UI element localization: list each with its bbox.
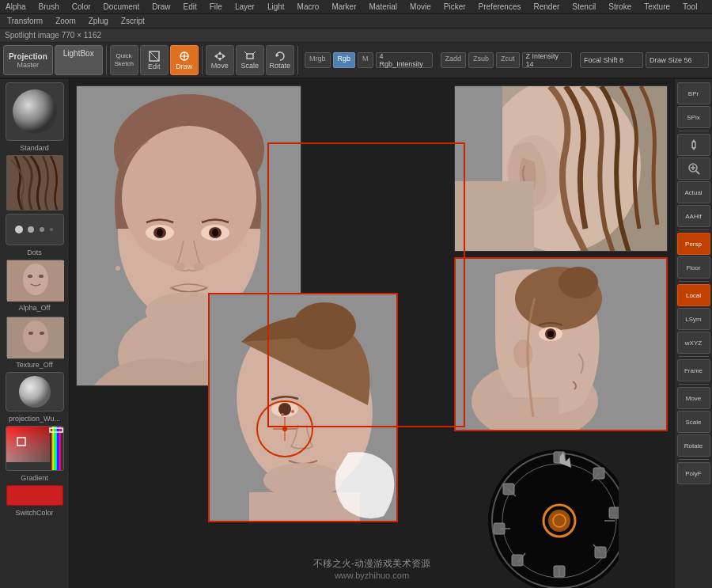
- actual-button[interactable]: Actual: [677, 181, 710, 203]
- material-sphere-preview[interactable]: [6, 372, 64, 412]
- wxyz-button[interactable]: wXYZ: [677, 332, 710, 354]
- menu-light[interactable]: Light: [265, 2, 287, 11]
- menu-stroke[interactable]: Stroke: [606, 2, 634, 11]
- dots-icon: [11, 218, 59, 241]
- scroll-button[interactable]: [677, 134, 710, 156]
- menu-draw[interactable]: Draw: [150, 2, 172, 11]
- gradient-picker[interactable]: [6, 427, 63, 470]
- separator-1: [106, 46, 107, 74]
- rotate-button[interactable]: Rotate: [266, 45, 294, 75]
- face-tilted-svg: [210, 294, 398, 522]
- mrgb-button[interactable]: Mrgb: [305, 52, 331, 68]
- transform-btn[interactable]: Transform: [5, 17, 45, 25]
- move-button[interactable]: Move: [206, 45, 234, 75]
- draw-button[interactable]: Draw: [170, 45, 199, 75]
- menu-edit[interactable]: Edit: [181, 2, 199, 11]
- menu-layer[interactable]: Layer: [233, 2, 257, 11]
- menu-marker[interactable]: Marker: [329, 2, 358, 11]
- right-separator-6: [679, 459, 709, 460]
- focal-shift-box[interactable]: Focal Shift 8: [580, 52, 643, 68]
- texture-off-label: Texture_Off: [2, 361, 67, 369]
- menu-stencil[interactable]: Stencil: [570, 2, 598, 11]
- spix-button[interactable]: SPix: [677, 106, 710, 128]
- rgba-section: Mrgb Rgb M 4 Rgb_Intensity: [305, 52, 432, 68]
- menu-alpha[interactable]: Alpha: [3, 2, 28, 11]
- zsub-button[interactable]: Zsub: [468, 52, 494, 68]
- svg-line-102: [696, 171, 699, 174]
- scale-label: Scale: [240, 62, 259, 70]
- svg-point-17: [40, 227, 44, 232]
- quick-sketch-button[interactable]: QuickSketch: [110, 45, 138, 75]
- floor-button[interactable]: Floor: [677, 256, 710, 279]
- hair-thumbnail[interactable]: [6, 155, 63, 211]
- color-swatch-area[interactable]: [6, 426, 64, 471]
- scale-right-button[interactable]: Scale: [677, 411, 710, 433]
- lsym-button[interactable]: LSym: [677, 308, 710, 330]
- rotate-right-button[interactable]: Rotate: [677, 434, 710, 457]
- lightbox-button[interactable]: LightBox: [55, 45, 103, 75]
- svg-point-15: [15, 226, 23, 233]
- svg-point-45: [174, 263, 185, 271]
- menu-preferences[interactable]: Preferences: [476, 2, 524, 11]
- m-button[interactable]: M: [358, 52, 373, 68]
- scale-button[interactable]: Scale: [236, 45, 264, 75]
- rgb-button[interactable]: Rgb: [333, 52, 356, 68]
- zadd-button[interactable]: Zadd: [441, 52, 467, 68]
- svg-point-67: [293, 302, 356, 350]
- draw-size-box[interactable]: Draw Size 56: [646, 52, 709, 68]
- menu-brush[interactable]: Brush: [36, 2, 62, 11]
- aahlf-button[interactable]: AAHlf: [677, 205, 710, 227]
- svg-rect-30: [6, 427, 50, 462]
- menu-texture[interactable]: Texture: [642, 2, 672, 11]
- polyf-button[interactable]: PolyF: [677, 462, 710, 484]
- face-thumbnail-1[interactable]: [6, 260, 63, 301]
- frame-button[interactable]: Frame: [677, 359, 710, 381]
- right-sidebar: BPr SPix Actual AAHlf Persp Floor Local …: [674, 79, 712, 588]
- svg-point-43: [157, 229, 163, 237]
- right-separator-1: [679, 131, 709, 131]
- switch-color-label: SwitchColor: [2, 509, 67, 517]
- local-button[interactable]: Local: [677, 284, 710, 306]
- menu-render[interactable]: Render: [532, 2, 562, 11]
- menu-tool[interactable]: Tool: [680, 2, 699, 11]
- menu-material[interactable]: Material: [367, 2, 400, 11]
- standard-brush-preview[interactable]: [6, 82, 64, 141]
- menu-bar: Alpha Brush Color Document Draw Edit Fil…: [0, 0, 712, 14]
- projection-master-button[interactable]: Projection Master: [3, 45, 53, 75]
- transform-bar: Transform Zoom Zplug Zscript: [0, 14, 712, 28]
- menu-color[interactable]: Color: [70, 2, 93, 11]
- svg-point-16: [28, 226, 34, 233]
- rgb-intensity-box[interactable]: 4 Rgb_Intensity: [376, 52, 433, 68]
- menu-picker[interactable]: Picker: [441, 2, 468, 11]
- zcut-button[interactable]: Zcut: [496, 52, 520, 68]
- right-separator-3: [679, 281, 709, 282]
- edit-button[interactable]: Edit: [140, 45, 169, 75]
- scroll-icon: [687, 138, 701, 152]
- menu-macro[interactable]: Macro: [295, 2, 322, 11]
- svg-point-98: [548, 510, 570, 532]
- face-thumbnail-2[interactable]: [6, 317, 63, 358]
- lightbox-label: LightBox: [63, 49, 94, 58]
- master-label: Master: [17, 61, 40, 69]
- menu-document[interactable]: Document: [101, 2, 142, 11]
- bpr-button[interactable]: BPr: [677, 82, 710, 104]
- zscript-btn[interactable]: Zscript: [119, 17, 147, 25]
- svg-marker-7: [214, 54, 218, 59]
- move-right-button[interactable]: Move: [677, 387, 710, 409]
- menu-movie[interactable]: Movie: [407, 2, 434, 11]
- menu-file[interactable]: File: [207, 2, 225, 11]
- projection-wu-label: projection_Wu...: [2, 415, 67, 423]
- switch-color-button[interactable]: [6, 485, 63, 506]
- viewport[interactable]: 不移之火-动漫游戏美术资源 www.byzhihuo.com: [70, 79, 674, 588]
- zoom-btn[interactable]: Zoom: [53, 17, 78, 25]
- zoom-button[interactable]: [677, 157, 710, 180]
- persp-button[interactable]: Persp: [677, 233, 710, 255]
- svg-rect-84: [609, 507, 619, 518]
- dots-brush-preview[interactable]: [6, 214, 64, 245]
- title-bar: Spotlight image 770 × 1162: [0, 28, 712, 43]
- z-intensity-box[interactable]: Z Intensity 14: [522, 52, 572, 68]
- zplug-btn[interactable]: Zplug: [86, 17, 111, 25]
- svg-point-24: [23, 321, 48, 352]
- spotlight-title: Spotlight image 770 × 1162: [5, 31, 101, 40]
- focal-section: Focal Shift 8 Draw Size 56: [580, 52, 709, 68]
